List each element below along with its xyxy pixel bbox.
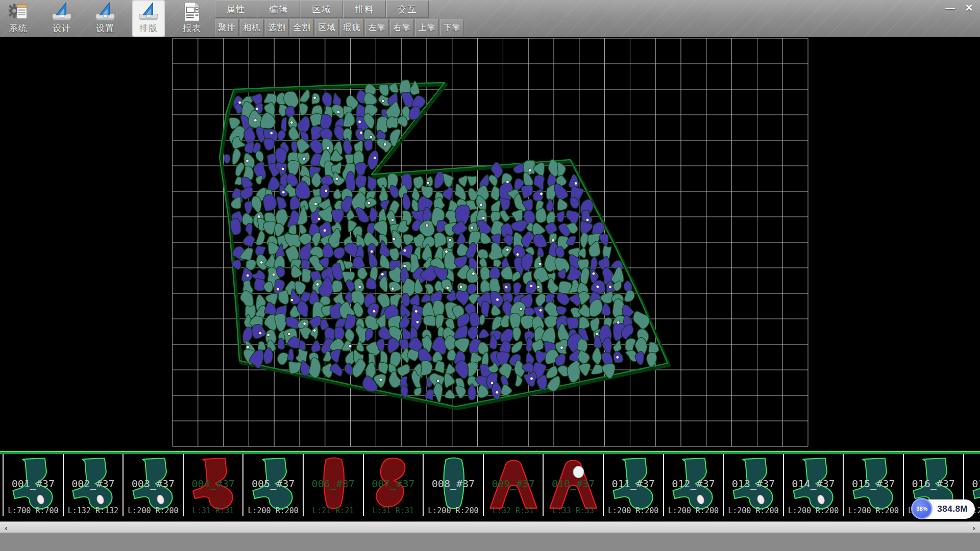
piece-counts: L:32 R:31	[484, 506, 543, 515]
main-toolbar-buttons: 系统设计设置排版报表	[2, 0, 208, 37]
tool-button-1[interactable]: 聚排	[215, 19, 239, 36]
piece-name: 004_#37	[184, 478, 243, 490]
piece-thumbnail-strip: 001_#37L:700 R:700002_#37L:132 R:132003_…	[0, 451, 980, 521]
piece-counts: L:200 R:200	[844, 506, 903, 515]
tool-button-4[interactable]: 全割	[290, 19, 314, 36]
piece-name: 009_#37	[484, 478, 543, 490]
tool-button-10[interactable]: 下靠	[440, 19, 464, 36]
piece-name: 017_#37	[964, 478, 980, 490]
main-button-label: 系统	[9, 22, 28, 34]
menu-bar: 属性编辑区域排料交互	[215, 1, 429, 18]
tool-button-8[interactable]: 右靠	[390, 19, 414, 36]
piece-counts: L:31 R:31	[364, 506, 423, 515]
piece-thumbnail-009_#37[interactable]: 009_#37L:32 R:31	[484, 454, 544, 516]
tool-button-3[interactable]: 选割	[265, 19, 289, 36]
piece-counts: L:31 R:31	[184, 506, 243, 515]
piece-counts: L:132 R:132	[64, 506, 123, 515]
menu-item-1[interactable]: 属性	[215, 1, 257, 18]
piece-thumbnail-014_#37[interactable]: 014_#37L:200 R:200	[784, 454, 844, 516]
menu-item-5[interactable]: 交互	[386, 1, 429, 18]
window-controls: — ✕	[942, 1, 977, 15]
piece-name: 015_#37	[844, 478, 903, 490]
horizontal-scrollbar[interactable]: ‹ ›	[0, 521, 980, 533]
piece-counts: L:200 R:200	[724, 506, 783, 515]
piece-name: 006_#37	[304, 478, 363, 490]
piece-thumbnail-007_#37[interactable]: 007_#37L:31 R:31	[364, 454, 424, 516]
main-button-label: 设计	[53, 22, 71, 34]
piece-name: 007_#37	[364, 478, 423, 490]
piece-thumbnail-013_#37[interactable]: 013_#37L:200 R:200	[724, 454, 784, 516]
main-button-report[interactable]: 报表	[176, 0, 208, 37]
main-button-nesting[interactable]: 排版	[132, 0, 165, 37]
gear-doc-icon	[7, 2, 30, 22]
status-bar	[0, 533, 980, 551]
piece-name: 002_#37	[64, 478, 123, 490]
piece-thumbnail-008_#37[interactable]: 008_#37L:200 R:200	[424, 454, 484, 516]
piece-counts: L:200 R:200	[604, 506, 663, 515]
scroll-left-icon[interactable]: ‹	[0, 522, 12, 533]
nesting-canvas-area[interactable]	[0, 37, 980, 451]
piece-thumbnail-006_#37[interactable]: 006_#37L:21 R:21	[304, 454, 364, 516]
thumbnail-cells: 001_#37L:700 R:700002_#37L:132 R:132003_…	[0, 454, 980, 516]
piece-counts: L:200 R:200	[243, 506, 303, 515]
piece-counts: L:21 R:21	[304, 506, 363, 515]
piece-thumbnail-011_#37[interactable]: 011_#37L:200 R:200	[604, 454, 664, 516]
piece-thumbnail-001_#37[interactable]: 001_#37L:700 R:700	[3, 454, 64, 516]
ruler-icon	[50, 2, 74, 22]
tool-button-2[interactable]: 相机	[240, 19, 264, 36]
piece-name: 013_#37	[724, 478, 783, 490]
menu-item-2[interactable]: 编辑	[258, 1, 300, 18]
minimize-button[interactable]: —	[942, 1, 958, 15]
piece-counts: L:33 R:33	[544, 506, 603, 515]
main-button-label: 设置	[96, 22, 114, 34]
piece-thumbnail-003_#37[interactable]: 003_#37L:200 R:200	[124, 454, 184, 516]
tool-bar: 聚排相机选割全割区域瑕疵左靠右靠上靠下靠	[215, 19, 465, 37]
piece-thumbnail-004_#37[interactable]: 004_#37L:31 R:31	[184, 454, 244, 516]
memory-size-label: 384.8M	[937, 504, 968, 514]
piece-name: 003_#37	[124, 478, 183, 490]
piece-name: 011_#37	[604, 478, 663, 490]
main-button-system[interactable]: 系统	[2, 0, 35, 37]
close-button[interactable]: ✕	[961, 1, 977, 15]
tool-button-5[interactable]: 区域	[315, 19, 339, 36]
ruler-icon	[93, 2, 117, 22]
main-button-label: 排版	[139, 22, 158, 34]
tool-button-7[interactable]: 左靠	[365, 19, 389, 36]
piece-name: 016_#37	[904, 478, 963, 490]
piece-thumbnail-005_#37[interactable]: 005_#37L:200 R:200	[243, 454, 304, 516]
progress-percent-badge: 38%	[911, 498, 933, 519]
piece-name: 014_#37	[784, 478, 843, 490]
tool-button-9[interactable]: 上靠	[415, 19, 439, 36]
report-icon	[180, 2, 204, 22]
piece-counts: L:200 R:200	[664, 506, 723, 515]
piece-thumbnail-012_#37[interactable]: 012_#37L:200 R:200	[664, 454, 724, 516]
piece-counts: L:200 R:200	[424, 506, 483, 515]
piece-thumbnail-002_#37[interactable]: 002_#37L:132 R:132	[64, 454, 124, 516]
nesting-canvas[interactable]	[0, 37, 980, 451]
main-button-label: 报表	[183, 22, 201, 34]
piece-counts: L:200 R:200	[124, 506, 183, 515]
memory-progress-badge: 38% 384.8M	[912, 499, 975, 519]
piece-counts: L:700 R:700	[4, 506, 63, 515]
toolbar: 系统设计设置排版报表 属性编辑区域排料交互 聚排相机选割全割区域瑕疵左靠右靠上靠…	[0, 0, 980, 38]
menu-item-4[interactable]: 排料	[344, 1, 386, 18]
app-window: 系统设计设置排版报表 属性编辑区域排料交互 聚排相机选割全割区域瑕疵左靠右靠上靠…	[0, 0, 980, 551]
piece-name: 012_#37	[664, 478, 723, 490]
tool-button-6[interactable]: 瑕疵	[340, 19, 364, 36]
main-button-setup[interactable]: 设置	[89, 0, 121, 37]
piece-counts: L:200 R:200	[784, 506, 843, 515]
piece-name: 005_#37	[243, 478, 303, 490]
scroll-right-icon[interactable]: ›	[968, 522, 980, 533]
piece-thumbnail-015_#37[interactable]: 015_#37L:200 R:200	[844, 454, 904, 516]
menu-item-3[interactable]: 区域	[301, 1, 343, 18]
piece-name: 008_#37	[424, 478, 483, 490]
piece-name: 010_#37	[544, 478, 603, 490]
piece-thumbnail-010_#37[interactable]: 010_#37L:33 R:33	[544, 454, 604, 516]
main-button-design[interactable]: 设计	[45, 0, 78, 37]
piece-name: 001_#37	[4, 478, 63, 490]
ruler-icon	[137, 2, 160, 22]
